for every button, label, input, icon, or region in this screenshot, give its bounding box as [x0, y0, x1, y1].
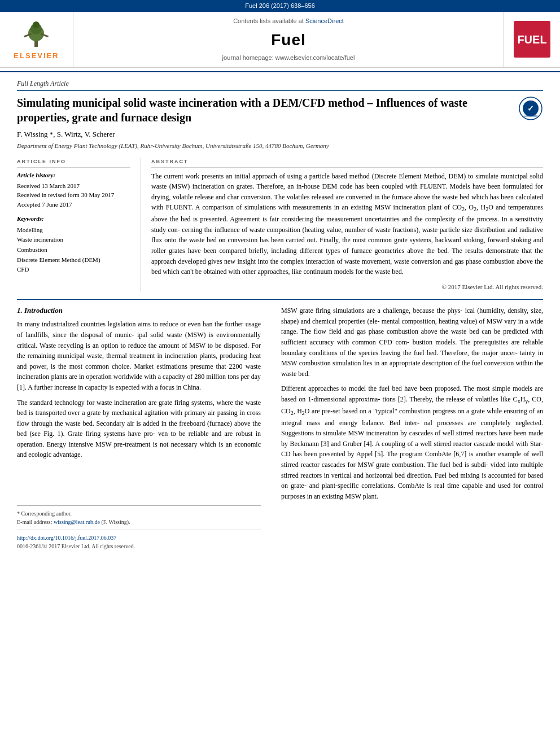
- article-info-col: ARTICLE INFO Article history: Received 1…: [17, 158, 141, 291]
- elsevier-tree-icon: [19, 18, 53, 49]
- fuel-logo-text: FUEL: [517, 32, 546, 47]
- abstract-text: The current work presents an initial app…: [151, 171, 543, 277]
- crossmark-icon: ✓ CrossMark: [519, 97, 542, 120]
- journal-homepage: journal homepage: www.elsevier.com/locat…: [222, 54, 355, 62]
- right-para1: MSW grate firing simulations are a chall…: [281, 305, 543, 379]
- svg-text:✓: ✓: [527, 104, 534, 113]
- intro-heading: 1. Introduction: [17, 305, 261, 316]
- footer-divider: [17, 530, 261, 530]
- doi-link[interactable]: http://dx.doi.org/10.1016/j.fuel.2017.06…: [17, 535, 116, 541]
- abstract-col: ABSTRACT The current work presents an in…: [141, 158, 543, 291]
- article-type: Full Length Article: [17, 79, 543, 91]
- article-title-row: Simulating municipal solid waste inciner…: [17, 95, 543, 125]
- affiliation: Department of Energy Plant Technology (L…: [17, 142, 543, 150]
- keyword-4: Discrete Element Method (DEM): [17, 255, 130, 265]
- keyword-3: Combustion: [17, 245, 130, 255]
- fuel-logo-area: FUEL: [504, 12, 560, 67]
- journal-center: Contents lists available at ScienceDirec…: [73, 12, 504, 67]
- fuel-logo-box: FUEL: [514, 21, 550, 58]
- intro-col: 1. Introduction In many industrialized c…: [17, 305, 271, 551]
- revised-date: Received in revised form 30 May 2017: [17, 190, 130, 200]
- accepted-date: Accepted 7 June 2017: [17, 200, 130, 209]
- journal-name: Fuel: [271, 29, 306, 51]
- keyword-5: CFD: [17, 265, 130, 275]
- journal-header: ELSEVIER Contents lists available at Sci…: [0, 12, 560, 72]
- article-section: Full Length Article Simulating municipal…: [0, 72, 560, 150]
- copyright-line: © 2017 Elsevier Ltd. All rights reserved…: [151, 283, 543, 291]
- authors: F. Wissing *, S. Wirtz, V. Scherer: [17, 129, 543, 139]
- two-col-info-abstract: ARTICLE INFO Article history: Received 1…: [0, 158, 560, 291]
- crossmark-badge: ✓ CrossMark: [518, 95, 543, 121]
- email-link[interactable]: wissing@leat.rub.de: [54, 519, 101, 525]
- footer-left: * Corresponding author. E-mail address: …: [17, 505, 261, 551]
- sciencedirect-link: Contents lists available at ScienceDirec…: [233, 17, 344, 25]
- keyword-2: Waste incineration: [17, 235, 130, 245]
- elsevier-logo: ELSEVIER: [14, 18, 59, 61]
- email-line: E-mail address: wissing@leat.rub.de (F. …: [17, 518, 261, 526]
- intro-para2: The standard technology for waste incine…: [17, 397, 261, 461]
- received-date: Received 13 March 2017: [17, 181, 130, 191]
- right-para2: Different approaches to model the fuel b…: [281, 383, 543, 501]
- svg-point-3: [33, 21, 40, 28]
- right-body-col: MSW grate firing simulations are a chall…: [271, 305, 543, 551]
- intro-para1: In many industrialized countries legisla…: [17, 319, 261, 392]
- article-info-label: ARTICLE INFO: [17, 158, 130, 168]
- abstract-label: ABSTRACT: [151, 158, 543, 168]
- article-title: Simulating municipal solid waste inciner…: [17, 95, 518, 125]
- article-history-group: Article history: Received 13 March 2017 …: [17, 171, 130, 209]
- journal-issue: Fuel 206 (2017) 638–656: [245, 2, 315, 9]
- body-section: 1. Introduction In many industrialized c…: [0, 300, 560, 551]
- journal-header-top: ELSEVIER Contents lists available at Sci…: [0, 12, 560, 67]
- svg-text:CrossMark: CrossMark: [523, 114, 537, 117]
- elsevier-logo-area: ELSEVIER: [0, 12, 73, 67]
- keyword-1: Modelling: [17, 225, 130, 235]
- doi-line: http://dx.doi.org/10.1016/j.fuel.2017.06…: [17, 534, 261, 542]
- keywords-label: Keywords:: [17, 215, 130, 223]
- page-wrapper: Fuel 206 (2017) 638–656 ELSEVIER: [0, 0, 560, 551]
- corresponding-author-note: * Corresponding author.: [17, 509, 261, 518]
- sciencedirect-anchor[interactable]: ScienceDirect: [305, 18, 344, 24]
- issn-line: 0016-2361/© 2017 Elsevier Ltd. All right…: [17, 542, 261, 551]
- history-label: Article history:: [17, 171, 130, 180]
- elsevier-wordmark: ELSEVIER: [14, 51, 59, 61]
- top-bar: Fuel 206 (2017) 638–656: [0, 0, 560, 12]
